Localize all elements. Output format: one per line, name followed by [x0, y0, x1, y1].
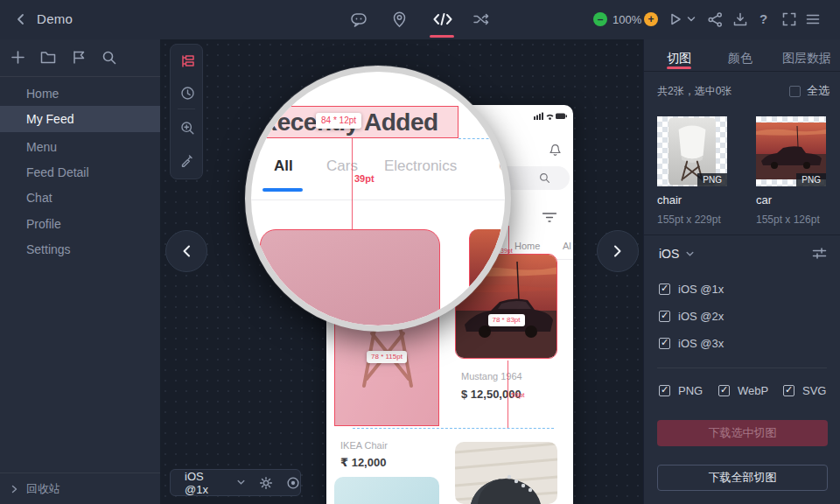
svg-label: SVG: [802, 384, 826, 397]
product-price: ₹ 12,000: [340, 456, 386, 469]
chevron-left-icon: [181, 244, 192, 258]
zoom-in-icon[interactable]: +: [644, 12, 658, 26]
tab-all: All: [274, 158, 293, 175]
slice-name: chair: [657, 193, 682, 206]
location-pin-icon[interactable]: [392, 10, 407, 28]
nav-home-label: Home: [514, 241, 540, 251]
document-title: Demo: [37, 11, 73, 26]
guide-dashed-line: [458, 138, 498, 139]
sidebar-item-profile[interactable]: Profile: [0, 211, 160, 237]
scale-option-row: iOS @3x: [659, 337, 724, 350]
slice-summary: 共2张，选中0张: [657, 84, 732, 99]
speaker-image[interactable]: [455, 442, 557, 504]
chevron-right-icon: [10, 485, 18, 494]
search-small-icon: [539, 172, 550, 184]
select-all-row: 全选: [789, 83, 830, 99]
design-canvas[interactable]: 39pt Home Al 78 * 115pt: [160, 39, 643, 504]
car-size-badge: 78 * 83pt: [487, 314, 524, 326]
tab-cars: Cars: [326, 158, 358, 175]
ios-1x-checkbox[interactable]: [659, 284, 670, 295]
chevron-down-icon[interactable]: [237, 480, 245, 486]
measure-line: [352, 138, 353, 229]
comment-icon[interactable]: [350, 11, 368, 28]
scale-toolbar: iOS @1x: [170, 469, 301, 496]
sidebar-item-menu[interactable]: Menu: [0, 134, 160, 160]
scale-option-row: iOS @1x: [659, 283, 724, 296]
webp-checkbox[interactable]: [718, 385, 730, 396]
slice-thumb-car[interactable]: PNG: [756, 116, 826, 186]
sidebar-divider: [0, 76, 160, 77]
tab-chairs: Ch: [499, 158, 505, 175]
tab-slices[interactable]: 切图: [667, 51, 691, 66]
product-name: Mustang 1964: [461, 371, 522, 382]
active-tab-underline: [667, 66, 691, 69]
select-all-checkbox[interactable]: [789, 86, 801, 97]
tab-divider: [251, 200, 505, 200]
title-size-badge: 84 * 12pt: [316, 113, 361, 129]
prev-artboard-button[interactable]: [165, 230, 207, 272]
guide-dashed-line: [353, 428, 554, 429]
product-name: IKEA Chair: [340, 440, 388, 451]
sidebar-item-home[interactable]: Home: [0, 80, 160, 107]
flag-icon[interactable]: [72, 50, 86, 65]
format-badge: PNG: [796, 173, 826, 186]
nav-al-label: Al: [563, 241, 571, 251]
menu-icon[interactable]: [805, 11, 821, 27]
left-sidebar: Home My Feed Menu Feed Detail Chat Profi…: [0, 39, 160, 504]
zoom-out-icon[interactable]: –: [593, 12, 607, 26]
sliders-icon[interactable]: [812, 247, 827, 260]
zoom-in-tool-icon[interactable]: [171, 115, 204, 141]
help-icon[interactable]: ?: [760, 11, 767, 26]
panel-divider: [657, 368, 827, 368]
webp-label: WebP: [738, 384, 768, 397]
format-badge: PNG: [697, 173, 727, 186]
svg-checkbox[interactable]: [783, 385, 794, 396]
zoom-level: 100%: [612, 13, 641, 26]
download-icon[interactable]: [732, 11, 748, 27]
code-icon[interactable]: [432, 12, 453, 26]
png-checkbox[interactable]: [659, 385, 670, 396]
panel-divider: [644, 71, 840, 72]
panel-divider: [644, 234, 840, 235]
nav-gap-label: 39pt: [500, 248, 513, 254]
download-selected-button[interactable]: 下载选中切图: [657, 420, 828, 446]
teal-image[interactable]: [334, 477, 439, 504]
ios-2x-label: iOS @2x: [678, 310, 724, 323]
add-icon[interactable]: [10, 50, 25, 65]
sidebar-item-my-feed[interactable]: My Feed: [0, 106, 160, 132]
fullscreen-icon[interactable]: [781, 11, 797, 27]
recycle-bin-item[interactable]: 回收站: [10, 481, 60, 497]
share-icon[interactable]: [707, 11, 724, 28]
settings-gear-icon[interactable]: [259, 476, 273, 490]
sidebar-item-settings[interactable]: Settings: [0, 236, 160, 262]
scale-dropdown[interactable]: iOS @1x: [185, 470, 230, 496]
shuffle-icon[interactable]: [472, 11, 490, 27]
ios-2x-checkbox[interactable]: [659, 311, 670, 322]
sidebar-item-feed-detail[interactable]: Feed Detail: [0, 159, 160, 186]
ios-3x-checkbox[interactable]: [659, 338, 670, 349]
next-artboard-button[interactable]: [597, 230, 639, 272]
sidebar-item-chat[interactable]: Chat: [0, 185, 160, 211]
slice-thumb-chair[interactable]: PNG: [657, 116, 727, 186]
platform-dropdown[interactable]: iOS: [659, 247, 694, 261]
download-all-button[interactable]: 下载全部切图: [657, 465, 828, 491]
history-clock-icon[interactable]: [171, 80, 204, 106]
tab-colors[interactable]: 颜色: [728, 51, 752, 66]
price-gap-label: 53pt: [511, 391, 525, 399]
search-icon[interactable]: [102, 50, 117, 66]
ios-3x-label: iOS @3x: [678, 337, 724, 350]
folder-icon[interactable]: [40, 51, 56, 64]
magnifier-lens[interactable]: Recently Added 84 * 12pt All Cars Electr…: [245, 66, 511, 332]
highlight-target-icon[interactable]: [286, 476, 300, 490]
format-option: PNG: [659, 384, 703, 397]
back-chevron-icon[interactable]: [14, 11, 28, 27]
filter-icon: [542, 211, 557, 223]
magnified-content: Recently Added 84 * 12pt All Cars Electr…: [251, 72, 505, 326]
play-dropdown-chevron-icon[interactable]: [687, 16, 696, 23]
chevron-down-icon: [686, 251, 694, 257]
slice-size: 155pt x 126pt: [756, 214, 820, 226]
slice-list-icon[interactable]: [171, 48, 204, 74]
play-icon[interactable]: [668, 11, 682, 27]
eyedropper-icon[interactable]: [171, 147, 204, 173]
tab-layer-data[interactable]: 图层数据: [782, 51, 831, 66]
